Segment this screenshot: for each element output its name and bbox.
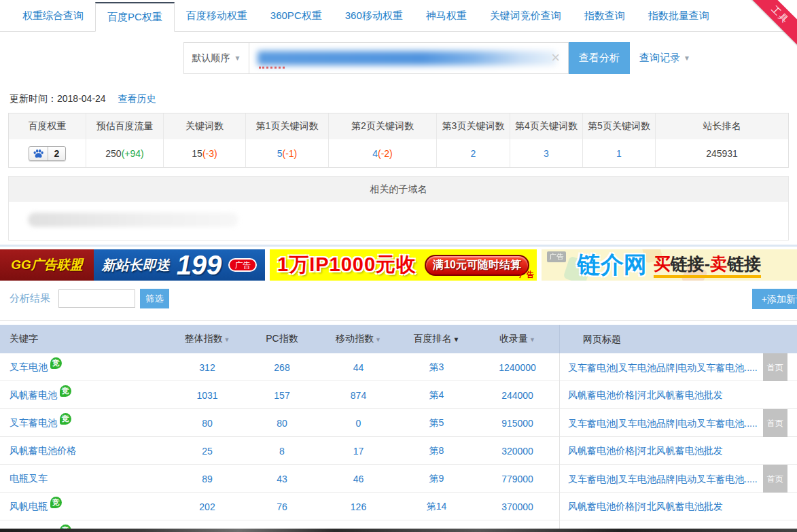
- indexed-count-cell[interactable]: 1240000: [476, 362, 559, 373]
- overall-index-cell[interactable]: 1031: [170, 390, 245, 401]
- page-title-link[interactable]: 叉车蓄电池|叉车电池品牌|电动叉车蓄电池.....: [568, 362, 758, 373]
- sort-arrow-icon[interactable]: ▼: [453, 336, 460, 343]
- ad-banner-ip-offer[interactable]: 1万IP1000元收 满10元可随时结算 广告: [270, 249, 537, 281]
- results-header-4[interactable]: 移动指数▼: [319, 333, 397, 345]
- pc-index-cell[interactable]: 43: [245, 474, 319, 484]
- tab-6[interactable]: 神马权重: [414, 0, 478, 31]
- analyze-button[interactable]: 查看分析: [569, 42, 630, 74]
- page-title-cell[interactable]: 风帆蓄电池价格|河北风帆蓄电池批发: [559, 437, 797, 465]
- query-records-link[interactable]: 查询记录 ▼: [639, 52, 690, 65]
- page-title-cell[interactable]: 叉车蓄电池|叉车电池品牌|电动叉车蓄电池.....首页: [559, 465, 797, 493]
- query-input[interactable]: ×: [249, 42, 569, 74]
- overall-index-cell[interactable]: 202: [170, 501, 245, 512]
- mobile-index-cell[interactable]: 17: [319, 446, 397, 457]
- indexed-count-cell[interactable]: 244000: [476, 390, 559, 401]
- keyword-cell[interactable]: 叉车电池竞: [0, 361, 170, 374]
- add-new-keyword-button[interactable]: +添加新词: [752, 289, 797, 309]
- results-header-5[interactable]: 百度排名▼: [397, 333, 476, 345]
- sort-arrow-icon[interactable]: ▼: [375, 336, 381, 343]
- sort-arrow-icon[interactable]: ▼: [529, 336, 535, 343]
- page5-cell[interactable]: 1: [582, 139, 655, 167]
- baidu-rank-cell[interactable]: 第3: [397, 361, 476, 374]
- page4-cell[interactable]: 3: [510, 139, 582, 167]
- baidu-rank-cell[interactable]: 第5: [397, 417, 476, 429]
- pc-index-cell[interactable]: 76: [245, 501, 319, 512]
- tab-1[interactable]: 权重综合查询: [11, 0, 95, 31]
- page3-value[interactable]: 2: [471, 148, 476, 159]
- page-title-cell[interactable]: 叉车蓄电池|叉车电池品牌|电动叉车蓄电池.....首页: [559, 353, 797, 381]
- tab-3[interactable]: 百度移动权重: [175, 0, 259, 31]
- sort-order-select[interactable]: 默认顺序 ▼: [183, 42, 249, 74]
- keyword-link[interactable]: 叉车蓄电池: [10, 417, 57, 428]
- clear-input-icon[interactable]: ×: [551, 50, 560, 66]
- filter-button[interactable]: 筛选: [140, 289, 169, 308]
- mobile-index-cell[interactable]: 0: [319, 418, 397, 429]
- indexed-count-cell[interactable]: 370000: [476, 501, 559, 512]
- pc-index-cell[interactable]: 268: [245, 362, 319, 373]
- page2-value[interactable]: 4: [372, 148, 378, 159]
- keyword-cell[interactable]: 风帆蓄电池价格: [0, 445, 170, 457]
- page2-cell[interactable]: 4(-2): [328, 139, 436, 167]
- pc-index-cell[interactable]: 8: [245, 446, 319, 457]
- pc-index-cell[interactable]: 80: [245, 418, 319, 429]
- overall-index-cell[interactable]: 312: [170, 362, 245, 373]
- baidu-weight-badge[interactable]: 2: [29, 146, 67, 161]
- mobile-index-cell[interactable]: 46: [319, 474, 397, 484]
- tab-2[interactable]: 百度PC权重: [95, 2, 175, 32]
- page-title-cell[interactable]: 风帆蓄电池价格|河北风帆蓄电池批发: [559, 381, 797, 409]
- results-header-label: 关键字: [10, 333, 38, 344]
- keyword-link[interactable]: 风帆电瓶: [10, 501, 48, 512]
- page4-value[interactable]: 3: [544, 148, 549, 159]
- mobile-index-cell[interactable]: 874: [319, 390, 397, 401]
- page-title-link[interactable]: 叉车蓄电池|叉车电池品牌|电动叉车蓄电池.....: [568, 474, 758, 484]
- keyword-cell[interactable]: 电瓶叉车: [0, 473, 170, 485]
- keyword-link[interactable]: 电瓶叉车: [10, 473, 48, 484]
- tab-7[interactable]: 关键词竞价查询: [478, 0, 573, 31]
- tab-9[interactable]: 指数批量查询: [637, 0, 721, 31]
- indexed-count-cell[interactable]: 779000: [476, 474, 559, 484]
- page1-value[interactable]: 5: [277, 148, 283, 159]
- page5-value[interactable]: 1: [616, 148, 622, 159]
- indexed-count-cell[interactable]: 320000: [476, 446, 559, 457]
- indexed-count-cell[interactable]: 915000: [476, 418, 559, 429]
- filter-keyword-input[interactable]: [58, 289, 135, 308]
- keyword-link[interactable]: 风帆蓄电池价格: [10, 445, 76, 456]
- baidu-rank-cell[interactable]: 第4: [397, 389, 476, 402]
- results-header-6[interactable]: 收录量▼: [476, 333, 559, 345]
- results-header-1: 关键字: [0, 333, 170, 345]
- page-title-link[interactable]: 风帆蓄电池价格|河北风帆蓄电池批发: [568, 501, 723, 512]
- baidu-rank-cell[interactable]: 第14: [397, 501, 476, 513]
- overall-index-cell[interactable]: 25: [170, 446, 245, 457]
- tab-8[interactable]: 指数查询: [573, 0, 637, 31]
- view-history-link[interactable]: 查看历史: [118, 93, 156, 104]
- mobile-index-cell[interactable]: 126: [319, 501, 397, 512]
- overall-index-cell[interactable]: 80: [170, 418, 245, 429]
- baidu-rank-cell[interactable]: 第8: [397, 445, 476, 457]
- sort-arrow-icon[interactable]: ▼: [224, 336, 230, 343]
- page1-cell[interactable]: 5(-1): [245, 139, 328, 167]
- baidu-rank-cell[interactable]: 第9: [397, 473, 476, 485]
- page-title-cell[interactable]: 叉车蓄电池|叉车电池品牌|电动叉车蓄电池.....首页: [559, 409, 797, 437]
- page3-cell[interactable]: 2: [436, 139, 510, 167]
- results-header-label: 收录量: [499, 333, 528, 344]
- ad-banner-link-market[interactable]: 广告 链介网 买链接-卖链接: [542, 249, 797, 281]
- ad-banner-gg-union[interactable]: GG广告联盟 新站长即送 199 广告: [0, 249, 265, 281]
- page-title-cell[interactable]: 风帆蓄电池价格|河北风帆蓄电池批发: [559, 493, 797, 520]
- keyword-link[interactable]: 风帆蓄电池: [10, 389, 57, 400]
- keywords-delta: (-3): [202, 148, 217, 159]
- tab-4[interactable]: 360PC权重: [259, 0, 334, 31]
- keyword-cell[interactable]: 风帆电瓶竞: [0, 501, 170, 513]
- mobile-index-cell[interactable]: 44: [319, 362, 397, 373]
- overall-index-cell[interactable]: 89: [170, 474, 245, 484]
- keyword-cell[interactable]: 风帆蓄电池竞: [0, 389, 170, 402]
- results-header-2[interactable]: 整体指数▼: [170, 333, 245, 345]
- keyword-link[interactable]: 叉车电池: [10, 361, 48, 372]
- blurred-subdomain-link[interactable]: [28, 213, 238, 227]
- tab-5[interactable]: 360移动权重: [334, 0, 414, 31]
- page-title-link[interactable]: 叉车蓄电池|叉车电池品牌|电动叉车蓄电池.....: [568, 418, 758, 429]
- pc-index-cell[interactable]: 157: [245, 390, 319, 401]
- page-title-link[interactable]: 风帆蓄电池价格|河北风帆蓄电池批发: [568, 389, 723, 400]
- page-title-link[interactable]: 风帆蓄电池价格|河北风帆蓄电池批发: [568, 445, 723, 456]
- keyword-cell[interactable]: 叉车蓄电池竞: [0, 417, 170, 429]
- section-divider: [0, 245, 797, 247]
